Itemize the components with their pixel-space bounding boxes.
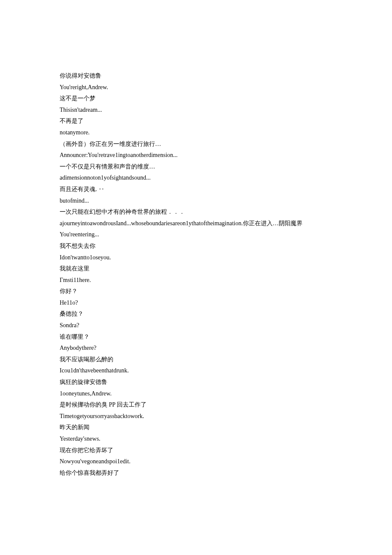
text-line: 昨天的新闻 xyxy=(60,422,332,433)
text-line: Yesterday'snews. xyxy=(60,433,332,445)
text-line: Announcer:You'retrave1ingtoanotherdimens… xyxy=(60,150,332,161)
text-line: 现在你把它给弄坏了 xyxy=(60,445,332,456)
text-line: Sondra? xyxy=(60,320,332,331)
text-line: Thisisn'tadream... xyxy=(60,105,332,116)
text-line: Icou1dn'thavebeenthatdrunk. xyxy=(60,365,332,377)
text-line: Timetogetyoursorryassbacktowork. xyxy=(60,411,332,422)
text-line: 给你个惊喜我都弄好了 xyxy=(60,468,332,479)
text-line: adimensionnoton1yofsightandsound... xyxy=(60,172,332,184)
text-line: 1ooneytunes,Andrew. xyxy=(60,388,332,400)
text-line: 不再是了 xyxy=(60,116,332,127)
text-line: 而且还有灵魂. ‥ xyxy=(60,184,332,195)
text-line: （画外音）你正在另一维度进行旅行… xyxy=(60,139,332,150)
text-line: 桑德拉？ xyxy=(60,308,332,320)
text-line: 一个不仅是只有情景和声音的维度… xyxy=(60,161,332,173)
text-line: notanymore. xyxy=(60,127,332,139)
text-line: He11o? xyxy=(60,297,332,309)
text-line: 疯狂的旋律安德鲁 xyxy=(60,377,332,388)
text-line: 谁在哪里？ xyxy=(60,331,332,343)
text-line: Nowyou'vegoneandspoi1edit. xyxy=(60,456,332,468)
text-line: 我不应该喝那么醉的 xyxy=(60,354,332,366)
text-line: butofmind... xyxy=(60,195,332,207)
text-line: 是时候挪动你的臭 PP 回去工作了 xyxy=(60,399,332,411)
text-line: 我不想失去你 xyxy=(60,241,332,252)
text-line: You'reentering... xyxy=(60,229,332,241)
text-line: Anybodythere? xyxy=(60,343,332,354)
document-content: 你说得对安德鲁 You'reright,Andrew. 这不是一个梦 Thisi… xyxy=(60,70,332,479)
text-line: 你好？ xyxy=(60,286,332,297)
text-line: 我就在这里 xyxy=(60,263,332,275)
text-line: ajourneyintoawondrousIand...whoseboundar… xyxy=(60,218,332,230)
text-line: 这不是一个梦 xyxy=(60,93,332,105)
text-line: You'reright,Andrew. xyxy=(60,82,332,93)
text-line: 你说得对安德鲁 xyxy=(60,70,332,82)
text-line: Гmsti11here. xyxy=(60,275,332,286)
text-line: Idon'twantto1oseyou. xyxy=(60,252,332,264)
text-line: 一次只能在幻想中才有的神奇世界的旅程．．． xyxy=(60,206,332,218)
